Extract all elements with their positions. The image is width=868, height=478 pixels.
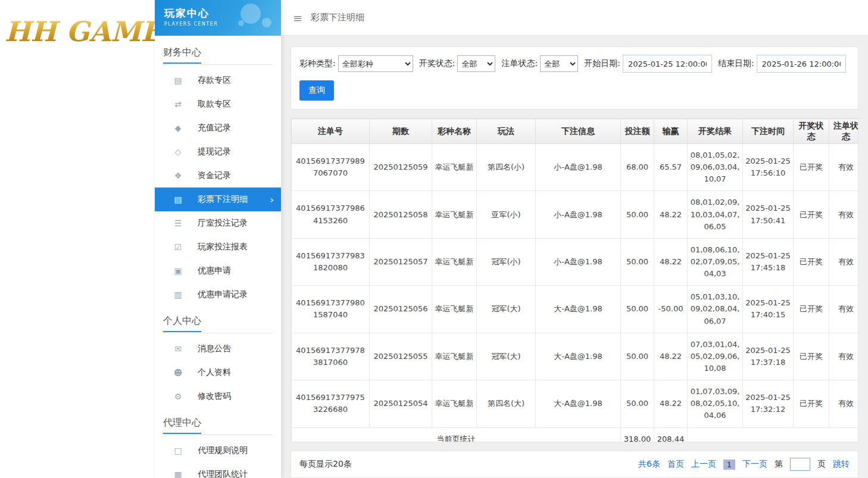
table-cell: 65.57: [654, 144, 688, 191]
sidebar-item-messages[interactable]: ✉消息公告: [155, 337, 281, 361]
table-cell: 已开奖: [794, 286, 829, 333]
prev-page-link[interactable]: 上一页: [691, 459, 716, 470]
table-cell: 2025-01-25 17:50:41: [743, 191, 794, 238]
table-cell: 08,01,05,02,09,06,03,04,10,07: [688, 144, 743, 191]
table-cell: 2025-01-25 17:32:12: [743, 380, 794, 427]
section-title: 代理中心: [163, 417, 273, 435]
table-cell: 20250125056: [370, 286, 432, 333]
jump-button[interactable]: 跳转: [833, 459, 850, 470]
main-area: ≡ 彩票下注明细 彩种类型: 全部彩种 开奖状态: 全部 注单状态: 全部: [281, 0, 868, 478]
password-icon: ⚙: [173, 392, 183, 401]
start-date-input[interactable]: [623, 55, 712, 73]
sidebar-item-label: 彩票下注明细: [198, 194, 248, 205]
sidebar-item-player-bet-report[interactable]: ☑玩家投注报表: [155, 235, 281, 259]
table-cell: 大-A盘@1.98: [536, 380, 621, 427]
sidebar-item-label: 提现记录: [198, 146, 231, 157]
table-cell: 已开奖: [794, 191, 829, 238]
filter-panel: 彩种类型: 全部彩种 开奖状态: 全部 注单状态: 全部 开始日期: 结束日期:: [291, 46, 858, 110]
table-cell: 幸运飞艇新: [432, 286, 477, 333]
first-page-link[interactable]: 首页: [667, 459, 684, 470]
sidebar-item-promo-apply[interactable]: ▣优惠申请: [155, 259, 281, 283]
search-button[interactable]: 查询: [299, 80, 334, 101]
chevron-right-icon: ›: [270, 194, 274, 205]
lottery-type-select[interactable]: 全部彩种: [338, 55, 413, 72]
table-cell: 冠军(小): [477, 238, 536, 285]
sidebar-item-change-password[interactable]: ⚙修改密码: [155, 385, 281, 408]
table-cell: 01,08,06,10,02,07,09,05,04,03: [688, 238, 743, 285]
column-header: 下注信息: [536, 119, 621, 144]
table-cell: 已开奖: [794, 333, 829, 380]
table-cell: 幸运飞艇新: [432, 333, 477, 380]
table-cell: 2025-01-25 17:37:18: [743, 333, 794, 380]
sidebar-item-recharge-records[interactable]: ◆充值记录: [155, 116, 281, 140]
sidebar-menu: 财务中心▤存款专区⇄取款专区◆充值记录◇提现记录❖资金记录▤彩票下注明细›☰厅室…: [155, 36, 281, 478]
sidebar-item-lottery-bet-details[interactable]: ▤彩票下注明细›: [155, 188, 281, 211]
brand-logo: HH GAME: [5, 15, 155, 48]
agent-team-icon: ▦: [173, 470, 183, 478]
draw-status-select[interactable]: 全部: [457, 55, 495, 72]
sidebar-item-label: 存款专区: [198, 75, 231, 86]
sidebar-item-promo-apply-records[interactable]: ▥优惠申请记录: [155, 283, 281, 307]
table-cell: 401569173779831820080: [292, 238, 370, 285]
next-page-link[interactable]: 下一页: [742, 459, 767, 470]
topbar: ≡ 彩票下注明细: [281, 0, 868, 36]
column-header: 注单号: [292, 119, 370, 144]
table-cell: 401569173779753226680: [292, 380, 370, 427]
sidebar-item-label: 优惠申请记录: [198, 289, 248, 300]
sidebar: 玩家中心 PLAYERS CENTER 财务中心▤存款专区⇄取款专区◆充值记录◇…: [155, 0, 281, 478]
jump-page-input[interactable]: [790, 458, 810, 471]
sidebar-item-hall-bet-records[interactable]: ☰厅室投注记录: [155, 211, 281, 235]
hamburger-icon[interactable]: ≡: [293, 11, 302, 24]
table-header-row: 注单号期数彩种名称玩法下注信息投注额输赢开奖结果下注时间开奖状态注单状态: [292, 119, 859, 144]
promo-apply-icon: ▣: [173, 266, 183, 276]
sidebar-item-label: 资金记录: [198, 170, 231, 181]
column-header: 开奖结果: [688, 119, 743, 144]
table-cell: 第四名(小): [477, 144, 536, 191]
sidebar-item-funds-records[interactable]: ❖资金记录: [155, 164, 281, 188]
table-cell: 50.00: [621, 286, 654, 333]
end-date-label: 结束日期:: [718, 58, 754, 69]
total-count-text: 共6条: [638, 459, 660, 470]
summary-empty-cell: [688, 427, 859, 442]
sidebar-item-agent-rules[interactable]: □代理规则说明: [155, 439, 281, 463]
sidebar-subtitle: PLAYERS CENTER: [164, 21, 281, 27]
table-row: 40156917377980158704020250125056幸运飞艇新冠军(…: [292, 286, 859, 333]
table-cell: 2025-01-25 17:40:15: [743, 286, 794, 333]
column-header: 输赢: [654, 119, 688, 144]
column-header: 注单状态: [829, 119, 859, 144]
sidebar-item-withdraw[interactable]: ⇄取款专区: [155, 92, 281, 116]
table-cell: 48.22: [654, 191, 688, 238]
sidebar-item-agent-team-stats[interactable]: ▦代理团队统计: [155, 463, 281, 478]
table-row: 40156917377978381706020250125055幸运飞艇新冠军(…: [292, 333, 859, 380]
table-cell: 已开奖: [794, 380, 829, 427]
column-header: 期数: [370, 119, 432, 144]
sidebar-item-label: 优惠申请: [198, 265, 231, 276]
table-cell: 幸运飞艇新: [432, 144, 477, 191]
sidebar-item-label: 修改密码: [198, 391, 231, 402]
table-cell: 大-A盘@1.98: [536, 333, 621, 380]
start-date-label: 开始日期:: [584, 58, 620, 69]
pagination-bar: 每页显示20条 共6条 首页 上一页 1 下一页 第 页 跳转: [291, 451, 858, 478]
app-root: HH GAME 玩家中心 PLAYERS CENTER 财务中心▤存款专区⇄取款…: [0, 0, 868, 478]
table-cell: 401569173779864153260: [292, 191, 370, 238]
table-cell: 50.00: [621, 238, 654, 285]
table-cell: 50.00: [621, 380, 654, 427]
order-status-select[interactable]: 全部: [540, 55, 578, 72]
sidebar-item-cashout-records[interactable]: ◇提现记录: [155, 140, 281, 164]
table-cell: 68.00: [621, 144, 654, 191]
current-page-indicator[interactable]: 1: [723, 460, 735, 470]
recharge-icon: ◆: [173, 123, 183, 133]
jump-prefix-label: 第: [775, 459, 783, 470]
agent-rules-icon: □: [173, 446, 183, 455]
promo-record-icon: ▥: [173, 290, 183, 299]
table-cell: 50.00: [621, 191, 654, 238]
table-cell: 48.22: [654, 380, 688, 427]
sidebar-item-deposit[interactable]: ▤存款专区: [155, 68, 281, 92]
table-cell: 有效: [829, 286, 859, 333]
end-date-input[interactable]: [757, 55, 846, 73]
sidebar-item-label: 个人资料: [198, 367, 231, 378]
table-cell: 小-A盘@1.98: [536, 191, 621, 238]
sidebar-item-profile[interactable]: ☻个人资料: [155, 361, 281, 385]
summary-label: 当前页统计: [292, 427, 621, 442]
table-cell: 第四名(大): [477, 380, 536, 427]
